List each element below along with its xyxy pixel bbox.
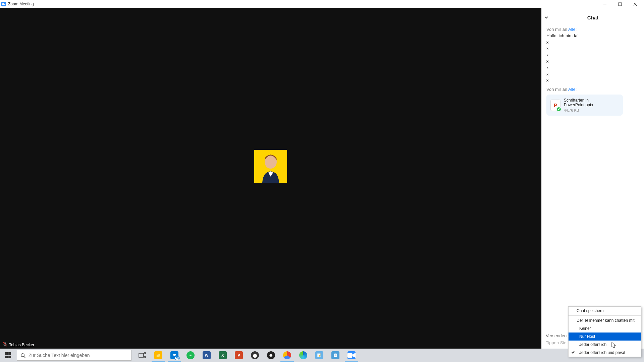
menu-item-nur-host[interactable]: Nur Host (569, 333, 641, 341)
chat-options-menu: Chat speichern Der Teilnehmer kann chatt… (568, 306, 641, 357)
taskbar-app-zoom[interactable] (343, 349, 360, 362)
taskbar-app-spotify[interactable]: ≡ (182, 349, 199, 362)
zoom-app-icon (1, 2, 6, 6)
svg-rect-0 (2, 3, 4, 5)
menu-section-label: Der Teilnehmer kann chatten mit: (569, 316, 641, 324)
chat-panel: Chat Von mir an Alle: Hallo, ich bin da!… (541, 8, 644, 349)
maximize-button[interactable] (612, 0, 628, 8)
taskbar-app-edge[interactable] (295, 349, 311, 362)
chat-message-line: Hallo, ich bin da! (546, 33, 639, 38)
powerpoint-file-icon: P (550, 100, 560, 111)
chat-message-line: x (546, 46, 639, 51)
taskbar-app-photos[interactable]: 🖼 (327, 349, 343, 362)
svg-line-14 (24, 356, 25, 358)
participant-name: Tobias Becker (9, 343, 34, 347)
chat-title: Chat (551, 15, 644, 20)
task-view-button[interactable] (134, 349, 150, 362)
chat-message-line: x (546, 78, 639, 83)
chat-collapse-button[interactable] (542, 15, 551, 19)
muted-mic-icon (3, 342, 7, 348)
taskbar-app-mail[interactable]: ✉69 (166, 349, 182, 362)
svg-rect-10 (8, 352, 11, 355)
chat-messages: Von mir an Alle: Hallo, ich bin da! x x … (542, 23, 644, 331)
svg-rect-16 (144, 353, 146, 354)
svg-rect-9 (5, 352, 8, 355)
close-button[interactable] (628, 0, 643, 8)
svg-rect-12 (8, 356, 11, 358)
menu-item-keiner[interactable]: Keiner (569, 324, 641, 333)
taskbar-app-powerpoint[interactable]: P (231, 349, 247, 362)
taskbar-app-excel[interactable]: X (215, 349, 231, 362)
chat-message-meta: Von mir an Alle: (546, 27, 639, 32)
chat-message-line: x (546, 65, 639, 70)
search-icon (17, 353, 29, 358)
mouse-cursor (611, 342, 616, 350)
check-icon (571, 350, 575, 355)
start-button[interactable] (0, 349, 16, 362)
taskbar-app-word[interactable]: W (199, 349, 215, 362)
search-placeholder: Zur Suche Text hier eingeben (29, 353, 90, 358)
chat-file-attachment[interactable]: P Schriftarten in PowerPoint.pptx 44,76 … (546, 95, 623, 116)
svg-rect-17 (144, 357, 146, 358)
taskbar-app-obs[interactable]: ◉ (263, 349, 279, 362)
taskbar-app-explorer[interactable]: 📁 (150, 349, 166, 362)
menu-item-jeder-oeffentlich[interactable]: Jeder öffentlich (569, 341, 641, 349)
participant-avatar (254, 150, 287, 183)
upload-complete-icon (556, 107, 561, 112)
taskbar-search[interactable]: Zur Suche Text hier eingeben (17, 350, 131, 361)
taskbar-app-generic-dark[interactable]: ⬤ (247, 349, 263, 362)
taskbar: Zur Suche Text hier eingeben 📁 ✉69 ≡ W X… (0, 349, 644, 362)
svg-rect-15 (139, 353, 144, 357)
file-name: Schriftarten in PowerPoint.pptx (564, 98, 619, 107)
chat-message-line: x (546, 71, 639, 76)
chat-message-line: x (546, 59, 639, 64)
chat-message-line: x (546, 52, 639, 57)
taskbar-app-notepad[interactable]: 📝 (311, 349, 327, 362)
minimize-button[interactable] (597, 0, 612, 8)
window-title: Zoom Meeting (8, 2, 34, 6)
participant-name-label: Tobias Becker (0, 341, 37, 349)
chat-message-line: x (546, 40, 639, 45)
svg-rect-2 (619, 3, 622, 6)
titlebar: Zoom Meeting (0, 0, 644, 8)
svg-rect-18 (347, 353, 352, 358)
menu-divider (569, 315, 641, 316)
taskbar-app-chrome[interactable] (279, 349, 295, 362)
file-size: 44,76 KB (564, 108, 619, 112)
svg-point-13 (21, 353, 24, 356)
menu-item-jeder-oeffentlich-privat[interactable]: Jeder öffentlich und privat (569, 349, 641, 357)
chat-message-meta: Von mir an Alle: (546, 87, 639, 92)
svg-rect-11 (5, 356, 8, 358)
video-area[interactable]: Tobias Becker (0, 8, 541, 349)
menu-item-save-chat[interactable]: Chat speichern (569, 307, 641, 315)
